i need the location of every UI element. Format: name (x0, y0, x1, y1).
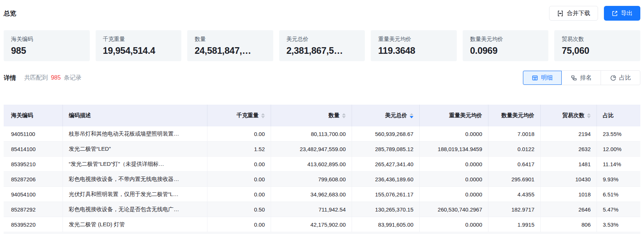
merge-download-button[interactable]: 合并下载 (549, 6, 598, 21)
topbar: 总览 合并下载 导出 (4, 6, 640, 21)
cell-贸易次数: 2194 (541, 126, 597, 141)
stat-value: 19,954,514.4 (103, 45, 174, 56)
table-row-partial (4, 232, 640, 234)
sort-asc-icon (261, 113, 265, 115)
export-button[interactable]: 导出 (604, 6, 640, 21)
column-label: 重量美元均价 (449, 112, 482, 119)
cell-海关编码: 94051100 (4, 126, 63, 141)
cell-贸易次数: 2632 (541, 142, 597, 156)
cell-编码描述: 枝形吊灯和其他电动天花板或墙壁照明装置… (63, 126, 207, 141)
cell-千克重量: 0.50 (207, 202, 271, 217)
cell-重量美元均价: 0.0000 (420, 187, 488, 202)
cell-数量美元均价: 182.9717 (488, 202, 541, 217)
sort-caret[interactable] (261, 113, 265, 118)
stat-card-5: 重量美元均价 119.3648 (371, 30, 457, 61)
view-tab-排名[interactable]: 排名 (562, 71, 601, 85)
table-header-row: 海关编码编码描述千克重量 数量 美元总价 重量美元均价数量美元均价贸易次数 占比 (4, 105, 640, 126)
cell-数量美元均价: 0.0122 (488, 142, 541, 156)
view-switch: 明细 排名 占比 (523, 70, 640, 85)
cell-贸易次数: 10430 (541, 172, 597, 186)
stat-label: 海关编码 (11, 36, 82, 43)
table-row: 94051100枝形吊灯和其他电动天花板或墙壁照明装置…0.0080,113,7… (4, 126, 640, 142)
column-label: 数量美元均价 (501, 112, 534, 119)
cell-占比: 11.14% (597, 157, 640, 171)
cell-美元总价: 83,991,605.00 (352, 217, 420, 232)
cell-重量美元均价: 0.0000 (420, 217, 488, 232)
pie-icon (610, 75, 616, 81)
stat-value: 119.3648 (378, 45, 449, 56)
sort-caret[interactable] (587, 113, 591, 118)
column-label: 海关编码 (11, 112, 33, 119)
cell-美元总价: 265,427,341.40 (352, 157, 420, 171)
table-row: 85395210“发光二极管“LED”灯”（未提供详细标…0.00413,602… (4, 157, 640, 172)
column-label: 编码描述 (69, 112, 91, 119)
cell-贸易次数: 1018 (541, 187, 597, 202)
sort-caret[interactable] (410, 113, 413, 118)
cell-数量: 799,608.00 (271, 172, 352, 186)
table-header-cell-贸易次数[interactable]: 贸易次数 (541, 105, 597, 126)
column-label: 千克重量 (236, 112, 259, 119)
table-icon (532, 75, 538, 81)
cell-重量美元均价: 188,019,134.9459 (420, 142, 488, 156)
cell-数量: 23,482,947,559.00 (271, 142, 352, 156)
sort-caret[interactable] (342, 113, 346, 118)
cell-重量美元均价: 260,530,740.2967 (420, 202, 488, 217)
stat-value: 75,060 (562, 45, 633, 56)
cell-美元总价: 155,076,261.17 (352, 187, 420, 202)
cell-海关编码: 94054100 (4, 187, 63, 202)
cell-数量美元均价: 295.6901 (488, 172, 541, 186)
cell-海关编码: 85287292 (4, 202, 63, 217)
view-tab-明细[interactable]: 明细 (523, 71, 562, 85)
cell-重量美元均价: 0.0000 (420, 172, 488, 186)
sort-asc-icon (342, 113, 346, 115)
cell-海关编码: 85395220 (4, 217, 63, 232)
cell-千克重量: 0.00 (207, 187, 271, 202)
table-header-cell-千克重量[interactable]: 千克重量 (207, 105, 271, 126)
sort-desc-icon (587, 116, 591, 118)
sort-asc-icon (410, 113, 413, 115)
column-label: 贸易次数 (562, 112, 584, 119)
match-prefix: 共匹配到 (24, 74, 48, 81)
merge-download-icon (557, 10, 564, 17)
cell-重量美元均价: 0.0000 (420, 126, 488, 141)
table-header-cell-数量美元均价: 数量美元均价 (488, 105, 541, 126)
view-tab-label: 占比 (619, 74, 631, 82)
table-header-cell-美元总价[interactable]: 美元总价 (352, 105, 420, 126)
view-tab-label: 明细 (541, 74, 553, 82)
column-label: 数量 (328, 112, 339, 119)
detail-title: 详情 (4, 74, 16, 82)
export-icon (612, 10, 618, 17)
cell-编码描述: 光伏灯具和照明装置，仅用于发光二极管“L… (63, 187, 207, 202)
topbar-actions: 合并下载 导出 (549, 6, 640, 21)
cell-数量美元均价: 7.0018 (488, 126, 541, 141)
detail-bar: 详情 共匹配到 985 条记录 明细 排名 占比 (4, 70, 640, 85)
export-label: 导出 (621, 10, 633, 17)
table-row: 85414100发光二极管“LED”1.5223,482,947,559.002… (4, 142, 640, 157)
cell-美元总价: 285,789,085.12 (352, 142, 420, 156)
cell-数量美元均价: 1.9915 (488, 217, 541, 232)
stat-value: 985 (11, 45, 82, 56)
cell-占比: 3.53% (597, 217, 640, 232)
table-row: 85395220发光二极管 (LED) 灯管0.0042,175,902.008… (4, 217, 640, 232)
table-header-cell-海关编码: 海关编码 (4, 105, 63, 126)
table-header-cell-数量[interactable]: 数量 (271, 105, 352, 126)
table-header-cell-重量美元均价: 重量美元均价 (420, 105, 488, 126)
stat-label: 美元总价 (287, 36, 358, 43)
match-summary: 共匹配到 985 条记录 (24, 74, 82, 82)
table-row: 85287292彩色电视接收设备，无论是否包含无线电广…0.50711,942.… (4, 202, 640, 217)
cell-数量: 711,942.54 (271, 202, 352, 217)
stat-value: 2,381,867,5… (287, 45, 358, 56)
match-suffix: 条记录 (64, 74, 82, 81)
cell-编码描述: “发光二极管“LED”灯”（未提供详细标… (63, 157, 207, 171)
cell-海关编码: 85414100 (4, 142, 63, 156)
stat-cards: 海关编码 985千克重量 19,954,514.4数量 24,581,847,…… (4, 30, 640, 61)
view-tab-占比[interactable]: 占比 (601, 71, 640, 85)
view-tab-label: 排名 (580, 74, 592, 82)
cell-贸易次数: 806 (541, 217, 597, 232)
sort-desc-icon (342, 116, 346, 118)
data-table: 海关编码编码描述千克重量 数量 美元总价 重量美元均价数量美元均价贸易次数 占比… (4, 105, 640, 234)
cell-美元总价: 130,265,370.15 (352, 202, 420, 217)
cell-千克重量: 0.00 (207, 172, 271, 186)
cell-编码描述: 发光二极管 (LED) 灯管 (63, 217, 207, 232)
stat-card-3: 数量 24,581,847,… (187, 30, 273, 61)
